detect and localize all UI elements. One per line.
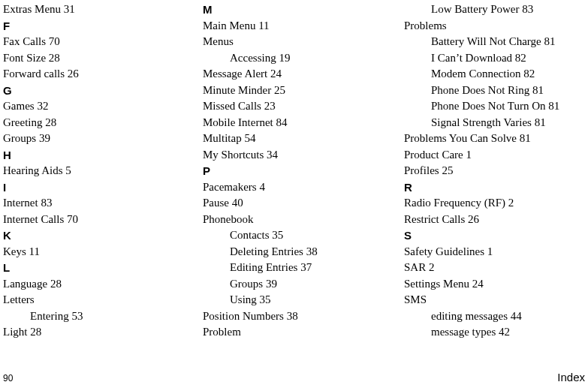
- index-subentry: Editing Entries 37: [203, 260, 404, 276]
- index-subentry: Deleting Entries 38: [203, 244, 404, 260]
- footer-label: Index: [557, 371, 585, 383]
- index-entry: Pause 40: [203, 195, 404, 212]
- index-entry: Groups 39: [3, 131, 203, 147]
- index-subentry: Low Battery Power 83: [404, 2, 587, 18]
- index-entry: Keys 11: [3, 244, 203, 260]
- index-entry: Multitap 54: [203, 131, 404, 147]
- index-subentry: Accessing 19: [203, 50, 404, 67]
- index-entry: Safety Guidelines 1: [404, 244, 587, 260]
- index-entry: SMS: [404, 292, 587, 308]
- index-entry: Product Care 1: [404, 147, 587, 164]
- page-footer: 90 Index: [0, 371, 588, 383]
- index-entry: Letters: [3, 292, 203, 308]
- index-entry: SAR 2: [404, 260, 587, 276]
- index-subentry: Modem Connection 82: [404, 66, 587, 83]
- index-letter-heading: L: [3, 260, 203, 276]
- index-letter-heading: P: [203, 163, 404, 179]
- index-subentry: Entering 53: [3, 308, 203, 325]
- index-entry: Minute Minder 25: [203, 83, 404, 99]
- index-entry: Profiles 25: [404, 163, 587, 179]
- index-letter-heading: F: [3, 18, 203, 35]
- index-subentry: Groups 39: [203, 276, 404, 293]
- index-letter-heading: I: [3, 179, 203, 196]
- index-entry: Position Numbers 38: [203, 308, 404, 325]
- index-subentry: Phone Does Not Ring 81: [404, 83, 587, 99]
- index-entry: My Shortcuts 34: [203, 147, 404, 164]
- index-subentry: Battery Will Not Charge 81: [404, 34, 587, 50]
- index-page: Extras Menu 31FFax Calls 70Font Size 28F…: [0, 0, 588, 388]
- index-entry: Pacemakers 4: [203, 179, 404, 196]
- index-entry: Greeting 28: [3, 115, 203, 131]
- index-entry: Forward calls 26: [3, 66, 203, 83]
- index-entry: Problem: [203, 324, 404, 341]
- index-entry: Missed Calls 23: [203, 98, 404, 115]
- index-entry: Message Alert 24: [203, 66, 404, 83]
- index-subentry: I Can’t Download 82: [404, 50, 587, 67]
- index-subentry: Contacts 35: [203, 227, 404, 244]
- index-columns: Extras Menu 31FFax Calls 70Font Size 28F…: [0, 0, 588, 341]
- index-entry: Problems: [404, 18, 587, 35]
- index-entry: Menus: [203, 34, 404, 50]
- index-entry: Mobile Internet 84: [203, 115, 404, 131]
- index-subentry: Signal Strength Varies 81: [404, 115, 587, 131]
- index-entry: Font Size 28: [3, 50, 203, 67]
- index-subentry: editing messages 44: [404, 308, 587, 325]
- index-subentry: message types 42: [404, 324, 587, 341]
- index-letter-heading: G: [3, 83, 203, 99]
- index-entry: Language 28: [3, 276, 203, 293]
- index-entry: Radio Frequency (RF) 2: [404, 195, 587, 212]
- index-letter-heading: H: [3, 147, 203, 164]
- index-entry: Extras Menu 31: [3, 2, 203, 18]
- index-entry: Problems You Can Solve 81: [404, 131, 587, 147]
- index-column-3: Low Battery Power 83ProblemsBattery Will…: [404, 2, 587, 341]
- index-subentry: Phone Does Not Turn On 81: [404, 98, 587, 115]
- index-entry: Fax Calls 70: [3, 34, 203, 50]
- index-letter-heading: M: [203, 2, 404, 18]
- index-entry: Settings Menu 24: [404, 276, 587, 293]
- index-entry: Restrict Calls 26: [404, 212, 587, 228]
- index-entry: Main Menu 11: [203, 18, 404, 35]
- index-column-1: Extras Menu 31FFax Calls 70Font Size 28F…: [3, 2, 203, 341]
- index-entry: Internet Calls 70: [3, 212, 203, 228]
- index-letter-heading: K: [3, 227, 203, 244]
- index-entry: Light 28: [3, 324, 203, 341]
- index-entry: Phonebook: [203, 212, 404, 228]
- index-column-2: MMain Menu 11MenusAccessing 19Message Al…: [203, 2, 404, 341]
- index-subentry: Using 35: [203, 292, 404, 308]
- index-letter-heading: S: [404, 227, 587, 244]
- index-entry: Hearing Aids 5: [3, 163, 203, 179]
- index-entry: Games 32: [3, 98, 203, 115]
- index-letter-heading: R: [404, 179, 587, 196]
- index-entry: Internet 83: [3, 195, 203, 212]
- page-number: 90: [3, 373, 13, 383]
